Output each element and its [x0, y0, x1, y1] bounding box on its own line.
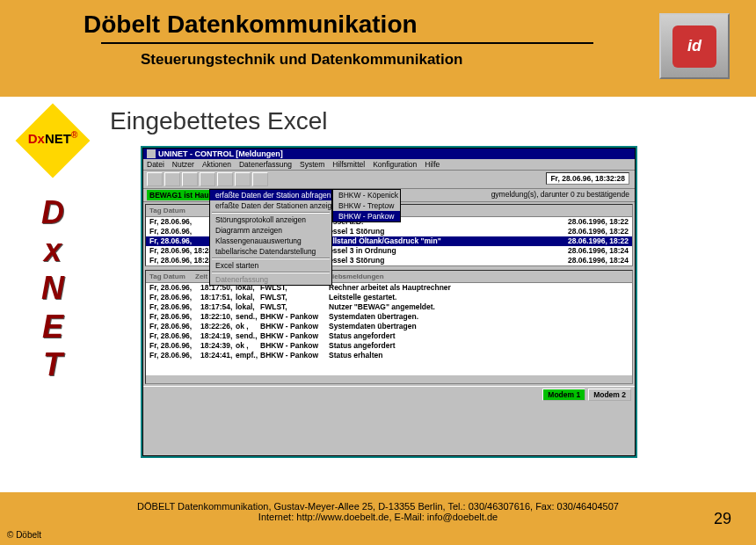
dropdown-item[interactable]: tabellarische Datendarstellung — [210, 246, 331, 257]
slide-header: Döbelt Datenkommunikation Steuerungstech… — [0, 0, 756, 97]
dropdown-item[interactable]: erfaßte Daten der Station abfragen — [210, 190, 331, 200]
menu-datei[interactable]: Datei — [147, 160, 164, 169]
modem1-button[interactable]: Modem 1 — [542, 389, 585, 401]
footer-line1: DÖBELT Datenkommunikation, Gustav-Meyer-… — [18, 501, 738, 512]
dropdown-subitem[interactable]: BHKW - Pankow — [333, 211, 400, 222]
dropdown-item[interactable]: Excel starten — [210, 260, 331, 271]
dropdown-item[interactable]: Störungsprotokoll anzeigen — [210, 214, 331, 225]
ops-panel: Tag Datum Zeit Art Station Betriebsmeldu… — [145, 270, 633, 384]
toolbar-button[interactable] — [200, 172, 215, 186]
menu-aktionen[interactable]: Aktionen — [202, 160, 231, 169]
main-area: DxNET® D x N E T Eingebettetes Excel UNI… — [0, 97, 756, 492]
dropdown-datenerfassung[interactable]: erfaßte Daten der Station abfragen erfaß… — [209, 189, 332, 286]
brand-net: NET — [45, 131, 71, 146]
col-header-tag: Tag Datum — [149, 207, 209, 214]
col-header: Betriebsmeldungen — [318, 272, 629, 280]
status-green-badge: BEWAG1 ist Haupt — [147, 190, 219, 200]
status-right-text: gymeldung(s), darunter 0 zu bestätigende — [491, 190, 629, 199]
footer-page-number: 29 — [714, 510, 731, 528]
dropdown-item[interactable]: erfaßte Daten der Stationen anzeigen — [210, 200, 331, 211]
dropdown-item[interactable]: Diagramm anzeigen — [210, 225, 331, 236]
toolbar-button[interactable] — [182, 172, 198, 186]
slide-footer: DÖBELT Datenkommunikation, Gustav-Meyer-… — [0, 492, 756, 545]
app-titlebar[interactable]: UNINET - CONTROL [Meldungen] — [143, 149, 635, 159]
toolbar-button[interactable] — [252, 172, 268, 186]
dropdown-subitem[interactable]: BHKW - Köpenick — [333, 190, 400, 200]
brand-dx: Dx — [28, 131, 45, 146]
vertical-brand: D x N E T — [9, 193, 97, 383]
status-strip: BEWAG1 ist Haupt gymeldung(s), darunter … — [143, 189, 635, 202]
v-letter: N — [9, 269, 97, 307]
company-name: Döbelt Datenkommunikation — [84, 11, 738, 39]
corner-logo: id — [659, 13, 730, 79]
v-letter: T — [9, 345, 97, 383]
menu-datenerfassung[interactable]: Datenerfassung — [239, 160, 292, 169]
footer-copyright: © Döbelt — [7, 530, 41, 540]
datetime-display: Fr, 28.06.96, 18:32:28 — [546, 172, 629, 185]
app-menubar[interactable]: Datei Nutzer Aktionen Datenerfassung Sys… — [143, 159, 635, 171]
bottom-bar: Modem 1 Modem 2 — [143, 386, 635, 403]
toolbar-button[interactable] — [217, 172, 233, 186]
table-row[interactable]: Fr, 28.06.96,18:24:19,send.,BHKW - Panko… — [146, 331, 632, 341]
app-title-text: UNINET - CONTROL [Meldungen] — [158, 149, 283, 158]
dropdown-item-disabled: Datenerfassung — [210, 274, 331, 285]
menu-system[interactable]: System — [300, 160, 324, 169]
v-letter: x — [9, 231, 97, 269]
toolbar-button[interactable] — [164, 172, 180, 186]
v-letter: E — [9, 308, 97, 345]
content-area: Eingebettetes Excel UNINET - CONTROL [Me… — [105, 97, 756, 492]
page-title: Eingebettetes Excel — [110, 107, 738, 135]
dxnet-badge: DxNET® — [9, 114, 97, 167]
table-row[interactable]: Fr, 28.06.96,18:24:41,empf.,BHKW - Panko… — [146, 351, 632, 360]
company-subtitle: Steuerungstechnik und Datenkommunikation — [141, 51, 738, 69]
app-toolbar: Fr, 28.06.96, 18:32:28 — [143, 171, 635, 189]
menu-konfiguration[interactable]: Konfiguration — [373, 160, 417, 169]
menu-hilfe[interactable]: Hilfe — [425, 160, 440, 169]
toolbar-button[interactable] — [235, 172, 251, 186]
toolbar-button[interactable] — [147, 172, 163, 186]
embedded-app-window: UNINET - CONTROL [Meldungen] Datei Nutze… — [141, 146, 637, 458]
sidebar: DxNET® D x N E T — [0, 97, 105, 492]
table-row[interactable]: Fr, 28.06.96,18:17:51,lokal,FWLST,Leitst… — [146, 293, 632, 302]
dropdown-item[interactable]: Klassengenauauswertung — [210, 236, 331, 246]
v-letter: D — [9, 193, 97, 231]
logo-id-icon: id — [672, 25, 716, 68]
header-divider — [101, 42, 593, 44]
table-row[interactable]: Fr, 28.06.96,18:17:54,lokal,FWLST,Nutzer… — [146, 302, 632, 312]
footer-line2: Internet: http://www.doebelt.de, E-Mail:… — [18, 512, 738, 522]
ops-rows[interactable]: Fr, 28.06.96,18:17:50,lokal,FWLST,Rechne… — [146, 283, 632, 375]
menu-nutzer[interactable]: Nutzer — [172, 160, 194, 169]
table-row[interactable]: Fr, 28.06.96,18:24:39,ok ,BHKW - PankowS… — [146, 341, 632, 351]
brand-reg: ® — [71, 130, 77, 140]
col-header: Tag Datum — [149, 272, 195, 280]
modem2-button[interactable]: Modem 2 — [588, 389, 631, 401]
table-row[interactable]: Fr, 28.06.96,18:22:26,ok ,BHKW - PankowS… — [146, 322, 632, 331]
menu-hilfsmittel[interactable]: Hilfsmittel — [332, 160, 365, 169]
dropdown-submenu[interactable]: BHKW - Köpenick BHKW - Treptow BHKW - Pa… — [332, 189, 401, 222]
app-icon — [147, 149, 156, 158]
dropdown-subitem[interactable]: BHKW - Treptow — [333, 200, 400, 211]
table-row[interactable]: Fr, 28.06.96,18:22:10,send.,BHKW - Panko… — [146, 312, 632, 322]
